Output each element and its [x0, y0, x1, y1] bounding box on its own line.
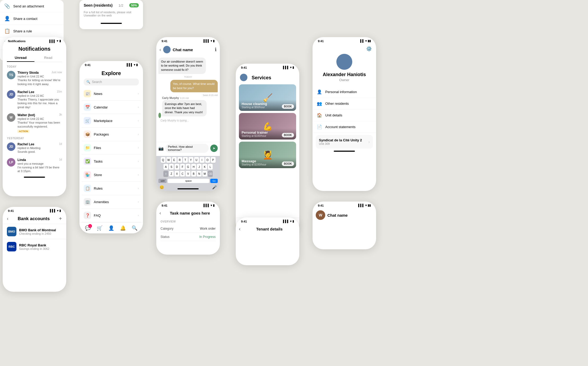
chat-input-area[interactable]: 📷 Perfect. How about tomorrow? ➤ — [156, 142, 220, 156]
profile-menu-item-unit[interactable]: 🏠 Unit details — [313, 110, 376, 121]
key-d[interactable]: D — [175, 164, 179, 170]
key-t[interactable]: T — [183, 157, 188, 163]
book-button-trainer[interactable]: BOOK — [282, 133, 294, 137]
bottom-bar-chat — [177, 188, 199, 189]
menu-item-amenities[interactable]: 🏢 Amenities › — [82, 195, 141, 209]
gear-icon[interactable]: ⚙️ — [366, 46, 372, 52]
menu-label-packages: Packages — [94, 132, 135, 136]
book-button-massage[interactable]: BOOK — [282, 162, 294, 166]
other-residents-icon: 👥 — [317, 101, 322, 106]
key-g[interactable]: G — [186, 164, 190, 170]
chat-input-row: 📷 Perfect. How about tomorrow? ➤ — [158, 144, 218, 153]
key-delete[interactable]: ⌫ — [208, 171, 213, 177]
menu-item-store[interactable]: 🏪 Store › — [82, 168, 141, 182]
notif-item-rachel: JD Rachel Lee 15m replied in Unit 22 AC … — [3, 88, 66, 111]
cart-nav-icon[interactable]: 🛒 — [97, 225, 103, 231]
time-services: 9:41 — [241, 66, 247, 69]
key-h[interactable]: H — [191, 164, 196, 170]
bell-nav-icon[interactable]: 🔔 — [120, 225, 126, 231]
tab-read[interactable]: Read — [34, 54, 62, 62]
menu-item-files[interactable]: 📁 Files › — [82, 141, 141, 155]
key-c[interactable]: C — [180, 171, 185, 177]
service-card-massage[interactable]: 💆 Massage Starting at $100/hour BOOK — [239, 142, 296, 168]
key-space[interactable]: space — [168, 179, 209, 183]
menu-item-marketplace[interactable]: 🛒 Marketplace › — [82, 114, 141, 128]
status-bar-task: 9:41 ▌▌▌ ▾ ▮ — [156, 202, 220, 208]
chat-back-button[interactable]: ‹ — [159, 47, 161, 53]
add-bank-button[interactable]: + — [59, 216, 62, 222]
notif-name-rachel: Rachel Lee — [17, 90, 34, 94]
key-f[interactable]: F — [180, 164, 185, 170]
key-u[interactable]: U — [194, 157, 199, 163]
search-bar[interactable]: 🔍 Search — [84, 79, 139, 85]
status-bar-tenant: 9:41 ▌▌▌ ▾ ▮ — [236, 217, 299, 224]
key-e[interactable]: E — [172, 157, 177, 163]
camera-icon[interactable]: 📷 — [158, 146, 164, 151]
menu-item-tasks[interactable]: ✅ Tasks › — [82, 155, 141, 168]
key-q[interactable]: Q — [161, 157, 166, 163]
profile-menu-item-residents[interactable]: 👥 Other residents — [313, 98, 376, 110]
action-item-attachment[interactable]: 📎 Send an attachment — [0, 0, 64, 12]
key-p[interactable]: P — [211, 157, 216, 163]
key-y[interactable]: Y — [189, 157, 193, 163]
key-w[interactable]: W — [166, 157, 171, 163]
search-nav-icon[interactable]: 🔍 — [132, 225, 137, 231]
key-z[interactable]: Z — [169, 171, 174, 177]
chevron-amenities: › — [138, 200, 139, 204]
profile-nav-icon[interactable]: 👤 — [108, 225, 114, 231]
back-button-bank[interactable]: ‹ — [7, 216, 8, 221]
tab-unread[interactable]: Unread — [7, 54, 34, 62]
menu-item-news[interactable]: 📰 News › — [82, 87, 141, 101]
menu-item-faq[interactable]: ❓ FAQ › — [82, 209, 141, 222]
notifications-tabs[interactable]: Unread Read — [7, 54, 62, 62]
msg-date: TODAY — [158, 76, 218, 78]
key-o[interactable]: O — [205, 157, 210, 163]
chat-input-field[interactable]: Perfect. How about tomorrow? — [165, 144, 209, 153]
msg-text-1: Our air conditioner doesn't seem to be w… — [158, 58, 206, 74]
key-x[interactable]: X — [175, 171, 179, 177]
key-j[interactable]: J — [197, 164, 202, 170]
nav-messages[interactable]: 💬 3 — [85, 225, 91, 231]
profile-menu-item-statements[interactable]: 📄 Account statements — [313, 121, 376, 133]
key-i[interactable]: I — [200, 157, 204, 163]
emoji-button[interactable]: 😊 — [159, 185, 164, 189]
key-123[interactable]: 123 — [158, 179, 167, 183]
profile-menu-item-personal[interactable]: 👤 Personal information — [313, 86, 376, 98]
bank-item-rbc[interactable]: RBC RBC Royal Bank Savings ending in 306… — [3, 239, 66, 254]
time-explore: 9:41 — [85, 63, 91, 67]
mic-button[interactable]: 🎤 — [212, 185, 217, 189]
key-r[interactable]: R — [177, 157, 182, 163]
amenities-icon: 🏢 — [84, 198, 91, 206]
notif-name-thierry: Thierry Skoda — [17, 71, 39, 75]
key-l[interactable]: L — [208, 164, 213, 170]
key-m[interactable]: M — [202, 171, 207, 177]
notifications-header: Notifications Unread Read — [3, 44, 66, 64]
back-button-tenant[interactable]: ‹ — [239, 226, 240, 232]
menu-item-packages[interactable]: 📦 Packages › — [82, 128, 141, 141]
menu-item-rules[interactable]: 📋 Rules › — [82, 182, 141, 195]
key-v[interactable]: V — [186, 171, 190, 177]
chat2-phone: 9:41 ▌▌▌ ▾ ▮▮ W Chat name — [313, 202, 376, 249]
unit-card[interactable]: Syndicat de la Cité Unity 2 Unit 309 › — [316, 135, 373, 149]
chat-send-button[interactable]: ➤ — [210, 145, 218, 152]
key-s[interactable]: S — [169, 164, 174, 170]
chat-info-button[interactable]: ℹ — [215, 47, 217, 53]
action-item-contact[interactable]: 👤 Share a contact — [0, 12, 64, 25]
service-card-cleaning[interactable]: 🧹 House cleaning Starting at $50/hour BO… — [239, 84, 296, 111]
personal-info-icon: 👤 — [317, 89, 322, 94]
key-a[interactable]: A — [163, 164, 168, 170]
notif-action-thierry: replied in Unit 22 AC — [17, 75, 62, 78]
key-go[interactable]: Go — [210, 179, 218, 183]
bank-item-bmo[interactable]: BMO BMO Bank of Montreal Checking ending… — [3, 224, 66, 239]
key-shift[interactable]: ⇧ — [163, 171, 168, 177]
key-n[interactable]: N — [197, 171, 202, 177]
service-card-trainer[interactable]: 💪 Personal trainer Starting at $100/hour… — [239, 113, 296, 140]
menu-item-calendar[interactable]: 📅 Calendar › — [82, 101, 141, 114]
bank-logo-bmo: BMO — [7, 227, 16, 236]
back-button-task[interactable]: ‹ — [159, 210, 161, 216]
action-item-rule[interactable]: 📋 Share a rule — [0, 25, 64, 37]
key-k[interactable]: K — [202, 164, 207, 170]
key-b[interactable]: B — [191, 171, 196, 177]
book-button-cleaning[interactable]: BOOK — [282, 104, 294, 109]
notif-item-rachel2: JD Rachel Lee 1d replied in Meeting Soun… — [3, 140, 66, 156]
